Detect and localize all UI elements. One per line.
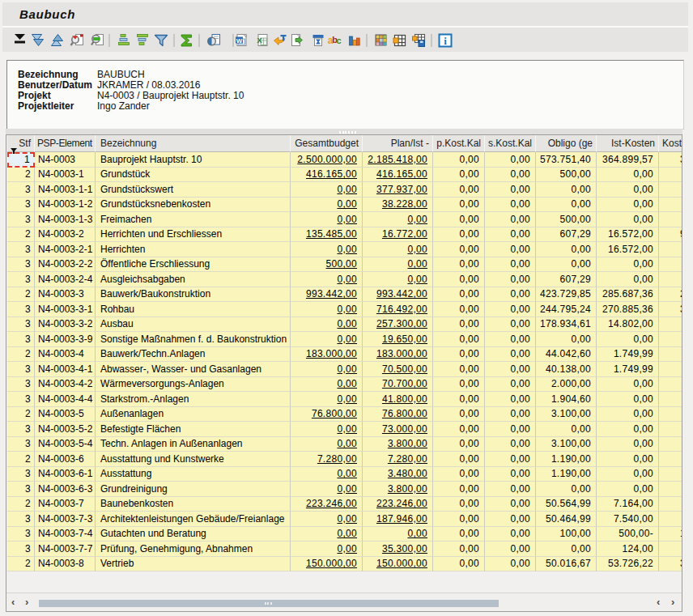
svg-text:W: W (236, 37, 243, 45)
svg-text:i: i (444, 35, 447, 47)
svg-text:c: c (336, 36, 341, 45)
svg-text:X: X (257, 36, 261, 45)
